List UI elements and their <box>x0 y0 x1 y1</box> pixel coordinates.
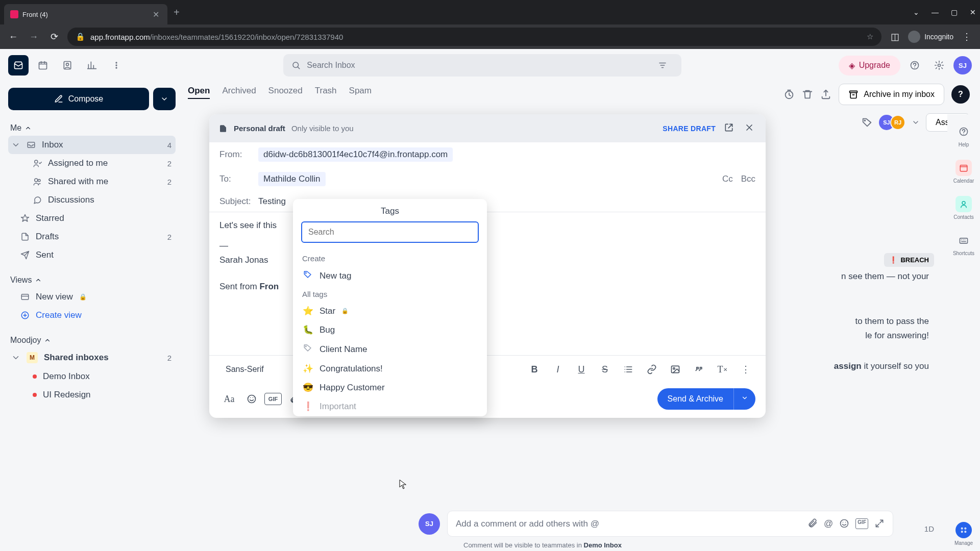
list-button[interactable] <box>619 360 638 379</box>
compose-button[interactable]: Compose <box>8 88 149 110</box>
emoji-button[interactable] <box>242 389 261 409</box>
compose-dropdown[interactable] <box>153 88 176 110</box>
new-tab-button[interactable]: + <box>174 7 180 18</box>
new-tag-row[interactable]: New tag <box>293 266 487 286</box>
sidebar-item-demo-inbox[interactable]: Demo Inbox <box>8 367 176 386</box>
participant-avatars[interactable]: SJ RJ <box>879 115 905 130</box>
send-dropdown[interactable] <box>733 388 755 410</box>
emoji-icon[interactable] <box>839 518 849 529</box>
gif-icon[interactable]: GIF <box>855 518 868 529</box>
more-format-button[interactable]: ⋮ <box>736 360 755 379</box>
share-draft-button[interactable]: SHARE DRAFT <box>663 124 716 133</box>
sidebar-item-drafts[interactable]: Drafts 2 <box>8 228 176 246</box>
sidebar-item-ui-redesign[interactable]: UI Redesign <box>8 386 176 404</box>
tags-list[interactable]: Create New tag All tags ⭐ Star 🔒 🐛 Bug C… <box>293 248 487 416</box>
breach-tag[interactable]: ❗ BREACH <box>884 253 934 267</box>
quote-button[interactable] <box>689 360 708 379</box>
tag-icon[interactable] <box>862 117 873 128</box>
rail-shortcuts[interactable]: Shortcuts <box>947 227 980 261</box>
expand-icon[interactable] <box>874 518 885 529</box>
comment-input[interactable]: Add a comment or add others with @ @ GIF <box>447 511 893 537</box>
rail-help[interactable]: Help <box>947 118 980 153</box>
tab-archived[interactable]: Archived <box>222 86 256 99</box>
tab-spam[interactable]: Spam <box>349 86 372 99</box>
sidebar-item-new-view[interactable]: New view 🔒 <box>8 288 176 306</box>
close-tab-icon[interactable]: ✕ <box>151 8 161 21</box>
sidebar-section-me[interactable]: Me <box>8 120 176 136</box>
sidebar-item-discussions[interactable]: Discussions <box>8 191 176 209</box>
tag-row[interactable]: 😎 Happy Customer <box>293 378 487 397</box>
export-icon[interactable] <box>820 89 831 100</box>
inbox-nav-icon[interactable] <box>8 55 29 76</box>
tab-open[interactable]: Open <box>188 86 210 99</box>
sidebar-item-sent[interactable]: Sent <box>8 246 176 264</box>
filter-icon[interactable] <box>658 61 667 70</box>
help-icon[interactable] <box>904 55 925 76</box>
rail-calendar[interactable]: Calendar <box>947 155 980 189</box>
chevron-down-icon[interactable]: ⌄ <box>913 8 919 16</box>
url-bar[interactable]: 🔒 app.frontapp.com/inboxes/teammates/156… <box>67 28 881 46</box>
send-button[interactable]: Send & Archive <box>657 388 755 410</box>
strikethrough-button[interactable]: S <box>595 360 615 379</box>
more-nav-icon[interactable] <box>106 55 127 76</box>
sidebar-item-inbox[interactable]: Inbox 4 <box>8 136 176 154</box>
trash-icon[interactable] <box>802 89 813 100</box>
sidebar-item-starred[interactable]: Starred <box>8 209 176 228</box>
attachment-icon[interactable] <box>807 518 818 529</box>
chevron-down-icon[interactable] <box>912 118 920 127</box>
archive-button[interactable]: Archive in my inbox <box>839 84 944 105</box>
reload-button[interactable]: ⟳ <box>47 31 61 42</box>
settings-icon[interactable] <box>929 55 949 76</box>
extensions-icon[interactable]: ◫ <box>888 31 902 42</box>
browser-menu-icon[interactable]: ⋮ <box>960 31 974 42</box>
tag-row[interactable]: Client Name <box>293 339 487 359</box>
tag-row[interactable]: ✨ Congratulations! <box>293 359 487 378</box>
analytics-nav-icon[interactable] <box>82 55 102 76</box>
snooze-icon[interactable] <box>783 89 795 100</box>
underline-button[interactable]: U <box>572 360 591 379</box>
cc-button[interactable]: Cc <box>722 174 733 184</box>
bcc-button[interactable]: Bcc <box>741 174 755 184</box>
mention-icon[interactable]: @ <box>824 518 833 529</box>
bookmark-icon[interactable]: ☆ <box>867 32 873 41</box>
from-value[interactable]: d6idw-dc6b813001f4ec10c7f4@in.frontapp.c… <box>258 147 453 162</box>
text-style-button[interactable]: Aa <box>219 389 239 409</box>
tab-trash[interactable]: Trash <box>315 86 337 99</box>
sidebar-item-assigned[interactable]: Assigned to me 2 <box>8 154 176 172</box>
gif-button[interactable]: GIF <box>264 393 282 405</box>
close-window-icon[interactable]: ✕ <box>970 8 976 16</box>
calendar-nav-icon[interactable] <box>33 55 53 76</box>
font-select[interactable]: Sans-Serif <box>219 361 281 378</box>
tab-snoozed[interactable]: Snoozed <box>268 86 303 99</box>
bold-button[interactable]: B <box>525 360 544 379</box>
rail-manage[interactable]: Manage <box>947 517 980 551</box>
sidebar-item-create-view[interactable]: Create view <box>8 306 176 324</box>
help-button[interactable]: ? <box>951 85 970 104</box>
search-input[interactable]: Search Inbox <box>283 54 681 77</box>
popout-icon[interactable] <box>722 120 736 136</box>
sidebar-section-views[interactable]: Views <box>8 272 176 288</box>
sidebar-item-shared-inboxes[interactable]: M Shared inboxes 2 <box>8 348 176 367</box>
tags-search-input[interactable] <box>301 221 479 243</box>
sidebar-item-shared[interactable]: Shared with me 2 <box>8 172 176 191</box>
to-value[interactable]: Mathilde Collin <box>258 172 326 186</box>
sidebar-label: UI Redesign <box>43 390 91 400</box>
forward-button[interactable]: → <box>27 32 41 42</box>
link-button[interactable] <box>642 360 662 379</box>
rail-contacts[interactable]: Contacts <box>947 191 980 225</box>
clear-format-button[interactable]: T✕ <box>713 360 732 379</box>
browser-tab[interactable]: Front (4) ✕ <box>4 4 167 24</box>
sidebar-section-moodjoy[interactable]: Moodjoy <box>8 333 176 348</box>
tag-row[interactable]: ⭐ Star 🔒 <box>293 302 487 320</box>
upgrade-button[interactable]: ◈ Upgrade <box>839 56 900 76</box>
tag-row[interactable]: 🐛 Bug <box>293 320 487 339</box>
tag-row[interactable]: ❗ Important <box>293 397 487 416</box>
maximize-icon[interactable]: ▢ <box>951 8 958 16</box>
italic-button[interactable]: I <box>548 360 568 379</box>
user-avatar[interactable]: SJ <box>953 56 972 74</box>
image-button[interactable] <box>666 360 685 379</box>
contacts-nav-icon[interactable] <box>57 55 78 76</box>
back-button[interactable]: ← <box>6 32 20 42</box>
minimize-icon[interactable]: — <box>932 8 939 16</box>
close-modal-icon[interactable] <box>742 120 756 136</box>
